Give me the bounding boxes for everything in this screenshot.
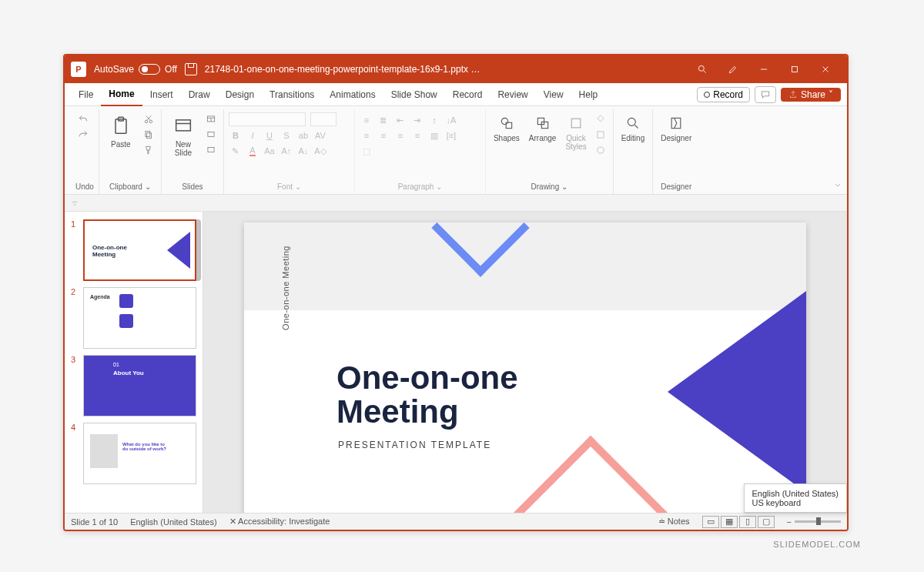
tab-file[interactable]: File [71, 83, 101, 106]
cut-button[interactable] [141, 112, 156, 126]
text-direction-button[interactable]: ↓A [444, 114, 458, 126]
charspace-button[interactable]: AV [313, 129, 327, 142]
group-editing: Editing [614, 109, 654, 194]
tab-insert[interactable]: Insert [142, 83, 181, 106]
save-icon[interactable] [185, 63, 197, 75]
thumbnail-4[interactable]: 4 What do you like to do outside of work… [65, 420, 203, 487]
language-indicator[interactable]: English (United States) [130, 517, 217, 527]
tab-draw[interactable]: Draw [181, 83, 218, 106]
shape-outline-button[interactable] [593, 128, 608, 142]
slide-editor[interactable]: One-on-one Meeting One-on-oneMeeting PRE… [203, 212, 847, 513]
copy-button[interactable] [141, 128, 156, 142]
app-icon: P [71, 62, 86, 77]
qat-dropdown-icon[interactable] [71, 196, 79, 210]
svg-rect-21 [537, 118, 544, 124]
reset-button[interactable] [203, 128, 219, 142]
indent-inc-button[interactable]: ⇥ [410, 114, 424, 126]
bold-button[interactable]: B [229, 129, 243, 142]
reading-view-button[interactable]: ▯ [739, 516, 756, 528]
tab-slideshow[interactable]: Slide Show [383, 83, 445, 106]
tab-animations[interactable]: Animations [322, 83, 383, 106]
font-color-button[interactable]: A [246, 145, 259, 157]
tab-home[interactable]: Home [101, 83, 142, 106]
justify-button[interactable]: ≡ [410, 129, 424, 142]
thumbnail-2[interactable]: 2 Agenda [65, 284, 203, 352]
slideshow-view-button[interactable]: ▢ [758, 516, 775, 528]
close-button[interactable] [810, 55, 841, 83]
align-text-button[interactable]: [≡] [444, 129, 458, 142]
undo-button[interactable] [75, 112, 91, 126]
pen-icon[interactable] [718, 55, 748, 83]
slide-subtitle[interactable]: PRESENTATION TEMPLATE [338, 440, 491, 450]
accessibility-indicator[interactable]: ✕ Accessibility: Investigate [229, 517, 330, 527]
slide-indicator[interactable]: Slide 1 of 10 [71, 517, 118, 527]
zoom-out-button[interactable]: − [787, 517, 792, 527]
shape-fill-button[interactable] [593, 112, 608, 126]
underline-button[interactable]: U [263, 129, 276, 142]
tab-help[interactable]: Help [571, 83, 606, 106]
shadow-button[interactable]: ab [296, 129, 310, 142]
autosave-toggle[interactable]: AutoSave Off [94, 64, 177, 75]
shrink-font-button[interactable]: A↓ [296, 145, 310, 157]
normal-view-button[interactable]: ▭ [702, 516, 719, 528]
change-case-button[interactable]: Aa [263, 145, 276, 157]
clear-format-button[interactable]: A◇ [313, 145, 327, 157]
paste-button[interactable]: Paste [104, 112, 138, 150]
grow-font-button[interactable]: A↑ [280, 145, 293, 157]
shape-effects-button[interactable] [593, 143, 608, 157]
align-left-button[interactable]: ≡ [360, 129, 373, 142]
layout-button[interactable] [203, 112, 219, 126]
quick-styles-button[interactable]: Quick Styles [562, 112, 589, 152]
numbering-button[interactable]: ≣ [377, 114, 390, 126]
find-icon [624, 114, 642, 132]
italic-button[interactable]: I [246, 129, 259, 142]
editing-button[interactable]: Editing [618, 112, 648, 144]
collapse-ribbon-button[interactable] [833, 180, 842, 191]
columns-button[interactable]: ▥ [427, 129, 441, 142]
designer-button[interactable]: Designer [658, 112, 695, 144]
current-slide[interactable]: One-on-one Meeting One-on-oneMeeting PRE… [244, 222, 806, 513]
section-button[interactable] [203, 143, 219, 157]
smartart-button[interactable]: ⬚ [360, 145, 373, 157]
tab-transitions[interactable]: Transitions [262, 83, 322, 106]
slide-title[interactable]: One-on-oneMeeting [336, 361, 518, 429]
new-slide-button[interactable]: New Slide [166, 112, 200, 159]
minimize-button[interactable] [748, 55, 779, 83]
strike-button[interactable]: S [280, 129, 293, 142]
highlight-button[interactable]: ✎ [229, 145, 243, 157]
maximize-button[interactable] [779, 55, 810, 83]
format-painter-button[interactable] [141, 143, 156, 157]
arrange-button[interactable]: Arrange [526, 112, 560, 144]
group-designer: Designer Designer [653, 109, 699, 194]
tab-record[interactable]: Record [445, 83, 490, 106]
line-spacing-button[interactable]: ↕ [427, 114, 441, 126]
font-family-select[interactable] [229, 112, 306, 126]
svg-point-9 [149, 120, 152, 123]
svg-rect-11 [146, 131, 150, 136]
notes-button[interactable]: ≐ Notes [658, 517, 690, 527]
redo-button[interactable] [75, 128, 91, 142]
font-size-select[interactable] [310, 112, 336, 126]
zoom-slider[interactable] [795, 520, 841, 523]
ribbon-tabs: File Home Insert Draw Design Transitions… [65, 83, 847, 106]
zoom-control[interactable]: − [787, 517, 841, 527]
thumbnail-3[interactable]: 3 01About You [65, 352, 203, 420]
filename[interactable]: 21748-01-one-on-one-meeting-powerpoint-t… [205, 64, 482, 75]
search-icon[interactable] [687, 55, 718, 83]
align-right-button[interactable]: ≡ [393, 129, 407, 142]
shapes-button[interactable]: Shapes [490, 112, 523, 144]
tab-view[interactable]: View [536, 83, 571, 106]
record-button[interactable]: Record [697, 87, 750, 102]
align-center-button[interactable]: ≡ [377, 129, 390, 142]
tab-design[interactable]: Design [218, 83, 262, 106]
bullets-button[interactable]: ≡ [360, 114, 373, 126]
shapes-icon [497, 114, 516, 132]
view-mode-buttons: ▭ ▦ ▯ ▢ [702, 516, 775, 528]
slide-thumbnails[interactable]: 1 One-on-oneMeeting 2 Agenda 3 01About Y… [65, 212, 203, 513]
thumbnail-1[interactable]: 1 One-on-oneMeeting [65, 216, 203, 284]
share-button[interactable]: Share˅ [781, 88, 841, 102]
indent-dec-button[interactable]: ⇤ [393, 114, 407, 126]
tab-review[interactable]: Review [490, 83, 535, 106]
comments-button[interactable] [755, 86, 776, 103]
sorter-view-button[interactable]: ▦ [721, 516, 738, 528]
